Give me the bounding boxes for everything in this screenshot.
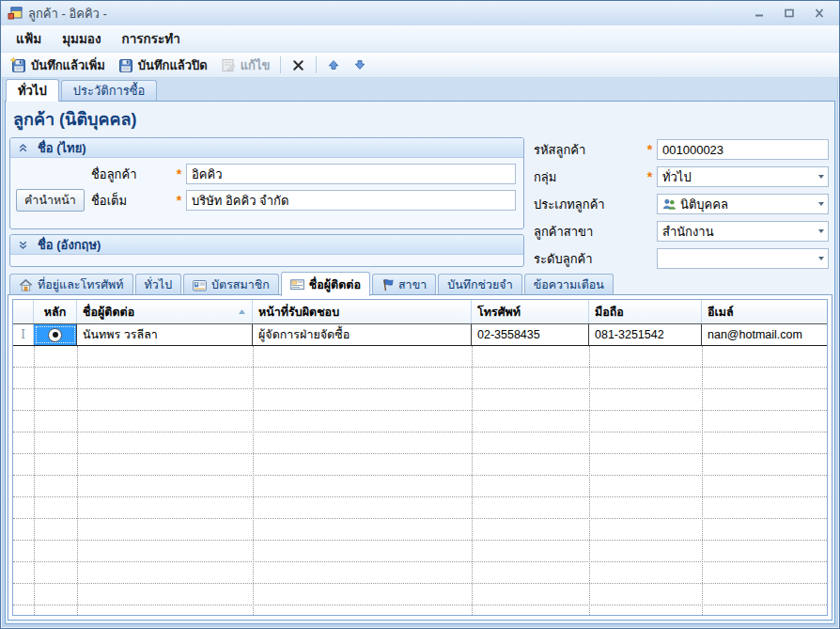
grid-column-guide	[77, 346, 78, 615]
customer-name-row: ชื่อลูกค้า * อิคคิว	[16, 163, 516, 185]
contact-card-icon	[290, 278, 304, 291]
column-header-responsibility[interactable]: หน้าที่รับผิดชอบ	[253, 300, 472, 323]
column-header-phone[interactable]: โทรศัพท์	[472, 300, 589, 323]
tab-branch[interactable]: สาขา	[372, 274, 436, 295]
empty-grid-row[interactable]	[13, 368, 827, 389]
save-and-close-label: บันทึกแล้วปิด	[138, 55, 208, 75]
cell-responsibility[interactable]: ผู้จัดการฝ่ายจัดซื้อ	[253, 324, 472, 345]
customer-level-row: ระดับลูกค้า	[534, 248, 829, 269]
required-asterisk: *	[172, 193, 186, 208]
empty-grid-row[interactable]	[13, 541, 827, 562]
group-combobox[interactable]: ทั่วไป	[657, 166, 829, 187]
empty-grid-row[interactable]	[13, 411, 827, 432]
empty-grid-row[interactable]	[13, 584, 827, 605]
people-icon	[662, 197, 677, 211]
tab-memo[interactable]: บันทึกช่วยจำ	[438, 274, 521, 295]
delete-button[interactable]	[286, 56, 311, 74]
title-bar[interactable]: ลูกค้า - อิคคิว -	[1, 1, 839, 25]
customer-code-label: รหัสลูกค้า	[534, 140, 643, 160]
empty-grid-row[interactable]	[13, 605, 827, 615]
tab-general[interactable]: ทั่วไป	[6, 79, 59, 102]
save-close-icon	[118, 57, 133, 72]
toolbar-separator	[316, 56, 317, 73]
thai-name-group-header[interactable]: ชื่อ (ไทย)	[10, 138, 523, 158]
maximize-button[interactable]	[777, 6, 801, 21]
menu-file[interactable]: แฟ้ม	[7, 25, 51, 52]
customer-name-input[interactable]: อิคคิว	[186, 164, 516, 184]
cell-contact-name[interactable]: นันทพร วรลีลา	[77, 324, 253, 345]
member-card-icon	[193, 279, 207, 291]
cell-email[interactable]: nan@hotmail.com	[702, 324, 827, 345]
table-row[interactable]: I นันทพร วรลีลา ผู้จัดการฝ่ายจัดซื้อ 02-…	[13, 324, 827, 346]
tab-general-detail[interactable]: ทั่วไป	[135, 274, 181, 295]
menu-view[interactable]: มุมมอง	[53, 25, 110, 52]
chevron-down-icon[interactable]	[814, 195, 828, 213]
expand-chevron-down-icon[interactable]	[18, 240, 28, 250]
save-and-new-button[interactable]: บันทึกแล้วเพิ่ม	[5, 54, 111, 77]
minimize-button[interactable]	[747, 6, 771, 21]
delete-x-icon	[291, 58, 305, 72]
detail-tab-strip: ที่อยู่และโทรศัพท์ ทั่วไป บัตรสมาชิก	[8, 271, 832, 295]
customer-branch-row: ลูกค้าสาขา สำนักงาน	[534, 221, 829, 242]
tab-warning-message[interactable]: ข้อความเตือน	[524, 274, 614, 295]
app-icon	[8, 6, 23, 21]
grid-empty-area[interactable]	[13, 346, 827, 615]
collapse-chevron-up-icon[interactable]	[18, 143, 28, 153]
save-and-close-button[interactable]: บันทึกแล้วปิด	[113, 54, 213, 77]
grid-column-guide	[702, 346, 703, 615]
empty-grid-row[interactable]	[13, 476, 827, 497]
empty-grid-row[interactable]	[13, 346, 827, 368]
customer-level-combobox[interactable]	[657, 248, 829, 269]
customer-code-input[interactable]: 001000023	[657, 139, 829, 160]
main-radio-cell[interactable]	[34, 324, 77, 345]
move-down-button[interactable]	[348, 56, 372, 73]
tab-purchase-history[interactable]: ประวัติการซื้อ	[61, 80, 158, 101]
customer-branch-combobox[interactable]: สำนักงาน	[657, 221, 829, 242]
required-asterisk: *	[643, 169, 657, 184]
content-panel: ลูกค้า (นิติบุคคล) ชื่อ (ไทย) ชื่อลูกค้า…	[5, 101, 835, 624]
tab-contact-names[interactable]: ชื่อผู้ติดต่อ	[281, 272, 370, 296]
full-name-label: ชื่อเต็ม	[91, 191, 172, 211]
menu-bar: แฟ้ม มุมมอง การกระทำ	[1, 25, 839, 53]
column-header-email[interactable]: อีเมล์	[702, 300, 827, 323]
empty-grid-row[interactable]	[13, 562, 827, 584]
empty-grid-row[interactable]	[13, 389, 827, 411]
main-radio-selected[interactable]	[48, 328, 62, 342]
grid-header-row: หลัก ชื่อผู้ติดต่อ หน้าที่รับผิดชอบ โทรศ…	[13, 300, 827, 324]
edit-button[interactable]: แก้ไข	[215, 54, 276, 77]
detail-fields: รหัสลูกค้า * 001000023 กลุ่ม * ทั่วไป ปร…	[534, 139, 829, 275]
empty-grid-row[interactable]	[13, 519, 827, 541]
cell-phone[interactable]: 02-3558435	[472, 324, 589, 345]
customer-branch-label: ลูกค้าสาขา	[534, 222, 643, 242]
menu-action[interactable]: การกระทำ	[113, 25, 190, 52]
edit-label: แก้ไข	[241, 55, 271, 75]
row-selector-header	[13, 300, 34, 323]
customer-name-label: ชื่อลูกค้า	[91, 165, 172, 184]
move-up-icon	[327, 58, 340, 71]
chevron-down-icon[interactable]	[814, 249, 828, 268]
empty-grid-row[interactable]	[13, 454, 827, 476]
cell-mobile[interactable]: 081-3251542	[589, 324, 702, 345]
column-header-contact-name[interactable]: ชื่อผู้ติดต่อ	[77, 300, 253, 323]
customer-level-label: ระดับลูกค้า	[534, 249, 643, 269]
grid-column-guide	[34, 346, 35, 615]
empty-grid-row[interactable]	[13, 497, 827, 519]
column-header-main[interactable]: หลัก	[34, 300, 77, 323]
tab-member-card[interactable]: บัตรสมาชิก	[183, 274, 279, 295]
close-button[interactable]	[807, 6, 832, 21]
save-and-new-label: บันทึกแล้วเพิ่ม	[31, 55, 105, 75]
window-title: ลูกค้า - อิคคิว -	[28, 4, 741, 24]
chevron-down-icon[interactable]	[814, 222, 828, 241]
move-up-button[interactable]	[321, 56, 346, 73]
app-window: ลูกค้า - อิคคิว - แฟ้ม มุมมอง การกระทำ	[0, 0, 840, 629]
full-name-input[interactable]: บริษัท อิคคิว จำกัด	[186, 190, 516, 211]
empty-grid-row[interactable]	[13, 432, 827, 454]
prefix-button[interactable]: คำนำหน้า	[16, 189, 85, 212]
grid-column-guide	[253, 346, 254, 615]
chevron-down-icon[interactable]	[814, 167, 828, 186]
english-name-group-header[interactable]: ชื่อ (อังกฤษ)	[10, 235, 523, 255]
row-edit-indicator: I	[13, 324, 34, 345]
tab-address-phone[interactable]: ที่อยู่และโทรศัพท์	[9, 274, 133, 295]
customer-type-combobox[interactable]: นิติบุคคล	[657, 194, 829, 214]
column-header-mobile[interactable]: มือถือ	[589, 300, 702, 323]
